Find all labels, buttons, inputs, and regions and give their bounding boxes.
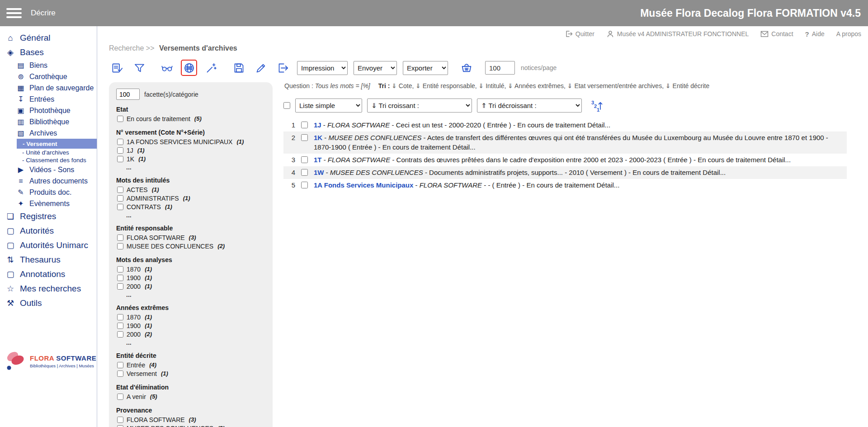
- facet-item-contrats[interactable]: CONTRATS(1): [116, 202, 265, 211]
- facet-checkbox[interactable]: [117, 187, 123, 193]
- facet-checkbox[interactable]: [117, 425, 123, 427]
- facet-item-2000[interactable]: 2000(2): [116, 330, 265, 338]
- record-link[interactable]: 1A Fonds Services Municipaux: [314, 181, 413, 189]
- facet-checkbox[interactable]: [117, 266, 123, 272]
- facet-item-versement[interactable]: Versement(1): [116, 369, 265, 378]
- facet-item-1870[interactable]: 1870(1): [116, 313, 265, 321]
- sidebar-item-phototheque[interactable]: ▣Photothèque: [0, 105, 97, 116]
- sidebar-item-thesaurus[interactable]: ⇅Thesaurus: [0, 253, 97, 267]
- sidebar-item-entrees[interactable]: ↧Entrées: [0, 94, 97, 105]
- facet-item-1870[interactable]: 1870(1): [116, 265, 265, 273]
- sort-descending-select[interactable]: ⇑ Tri décroissant :: [477, 99, 582, 113]
- facet-checkbox[interactable]: [117, 394, 123, 400]
- sidebar-item-mes-recherches[interactable]: ☆Mes recherches: [0, 282, 97, 296]
- basket-button[interactable]: [458, 60, 475, 76]
- sidebar-item-videos-sons[interactable]: ▶Vidéos - Sons: [0, 164, 97, 175]
- globe-button[interactable]: [181, 60, 197, 76]
- facet-item-1900[interactable]: 1900(1): [116, 321, 265, 330]
- facet-more-link[interactable]: ...: [116, 164, 265, 171]
- sidebar-item-bases[interactable]: ◈Bases: [0, 45, 97, 60]
- facet-checkbox[interactable]: [117, 195, 123, 202]
- facet-checkbox[interactable]: [117, 275, 123, 281]
- facet-item-administratifs[interactable]: ADMINISTRATIFS(1): [116, 194, 265, 202]
- notices-per-page-input[interactable]: [485, 61, 515, 75]
- sidebar-item-outils[interactable]: ⚒Outils: [0, 296, 97, 310]
- facet-checkbox[interactable]: [117, 331, 123, 338]
- sidebar-item-general[interactable]: ⌂Général: [0, 31, 97, 45]
- facet-checkbox[interactable]: [117, 362, 123, 368]
- result-checkbox[interactable]: [301, 122, 308, 128]
- sidebar-item-bibliotheque[interactable]: ▥Bibliothèque: [0, 116, 97, 127]
- facet-count-input[interactable]: [116, 89, 140, 100]
- sidebar-item-classement-des-fonds[interactable]: - Classement des fonds: [0, 156, 97, 164]
- aide-link[interactable]: ? Aide: [805, 30, 825, 38]
- facet-more-link[interactable]: ...: [116, 291, 265, 298]
- facet-item-1k[interactable]: 1K(1): [116, 155, 265, 163]
- result-checkbox[interactable]: [301, 182, 308, 188]
- select-all-checkbox[interactable]: [283, 102, 290, 109]
- result-detail-link[interactable]: Détail...: [587, 121, 610, 129]
- facet-checkbox[interactable]: [117, 116, 123, 122]
- edit-button[interactable]: [253, 60, 269, 76]
- sidebar-item-registres[interactable]: ❏Registres: [0, 209, 97, 224]
- result-detail-link[interactable]: Détail...: [596, 181, 619, 189]
- record-link[interactable]: 1W: [314, 169, 324, 176]
- glasses-button[interactable]: [159, 60, 175, 76]
- record-link[interactable]: 1J: [314, 121, 321, 129]
- facet-item-1a-fonds-services-municipaux[interactable]: 1A FONDS SERVICES MUNICIPAUX(1): [116, 137, 265, 146]
- facet-checkbox[interactable]: [117, 139, 123, 145]
- facet-item-1900[interactable]: 1900(1): [116, 273, 265, 282]
- facet-more-link[interactable]: ...: [116, 211, 265, 219]
- sidebar-item-biens[interactable]: ▤Biens: [0, 60, 97, 71]
- contact-link[interactable]: Contact: [760, 30, 793, 38]
- save-button[interactable]: [231, 60, 247, 76]
- record-link[interactable]: 1T: [314, 156, 322, 164]
- facet-item-flora-software[interactable]: FLORA SOFTWARE(3): [116, 233, 265, 242]
- facet-checkbox[interactable]: [117, 417, 123, 423]
- facet-checkbox[interactable]: [117, 283, 123, 290]
- facet-item-2000[interactable]: 2000(1): [116, 282, 265, 291]
- sort-order-icon[interactable]: 3 2 1: [590, 99, 603, 112]
- display-settings-button[interactable]: [109, 60, 125, 76]
- facet-item-flora-software[interactable]: FLORA SOFTWARE(3): [116, 415, 265, 424]
- sidebar-item-produits-doc[interactable]: ✎Produits doc.: [0, 187, 97, 198]
- facet-item-musee-des-confluences[interactable]: MUSEE DES CONFLUENCES(2): [116, 242, 265, 250]
- result-detail-link[interactable]: Détail...: [703, 169, 726, 176]
- export-records-button[interactable]: [275, 60, 291, 76]
- facet-item-entree[interactable]: Entrée(4): [116, 361, 265, 369]
- menu-icon[interactable]: [6, 8, 22, 18]
- facet-checkbox[interactable]: [117, 243, 123, 249]
- facet-item-en-cours-de-traitement[interactable]: En cours de traitement(5): [116, 114, 265, 123]
- sidebar-item-annotations[interactable]: ▢Annotations: [0, 267, 97, 282]
- facet-more-link[interactable]: ...: [116, 339, 265, 346]
- sidebar-item-versement[interactable]: - Versement: [17, 139, 97, 149]
- envoyer-select[interactable]: Envoyer: [354, 61, 397, 75]
- exporter-select[interactable]: Exporter: [403, 61, 448, 75]
- facet-checkbox[interactable]: [117, 314, 123, 320]
- facet-item-actes[interactable]: ACTES(1): [116, 185, 265, 194]
- facet-item-a-venir[interactable]: A venir(5): [116, 392, 265, 401]
- facet-checkbox[interactable]: [117, 323, 123, 329]
- facet-checkbox[interactable]: [117, 204, 123, 210]
- impression-select[interactable]: Impression: [297, 61, 348, 75]
- facet-checkbox[interactable]: [117, 147, 123, 154]
- facet-item-1j[interactable]: 1J(1): [116, 146, 265, 155]
- quitter-link[interactable]: Quitter: [565, 30, 594, 38]
- user-account[interactable]: Musée v4 ADMINISTRATEUR FONCTIONNEL: [606, 30, 749, 38]
- sidebar-item-carotheque[interactable]: ⊚Carothèque: [0, 71, 97, 82]
- filter-button[interactable]: [131, 60, 147, 76]
- result-detail-link[interactable]: Détail...: [453, 143, 476, 151]
- facet-checkbox[interactable]: [117, 371, 123, 377]
- sidebar-item-archives[interactable]: ▧Archives: [0, 127, 97, 139]
- list-type-select[interactable]: Liste simple: [295, 99, 362, 113]
- sidebar-item-autorites[interactable]: ▢Autorités: [0, 224, 97, 238]
- record-link[interactable]: 1K: [314, 134, 322, 141]
- sidebar-item-plan-de-sauvegarde[interactable]: ▦Plan de sauvegarde: [0, 82, 97, 94]
- result-checkbox[interactable]: [301, 169, 308, 176]
- sidebar-item-autres-documents[interactable]: ≡Autres documents: [0, 175, 97, 187]
- result-detail-link[interactable]: Détail...: [768, 156, 791, 164]
- facet-checkbox[interactable]: [117, 156, 123, 162]
- result-checkbox[interactable]: [301, 134, 308, 141]
- facet-item-musee-des-confluences[interactable]: MUSEE DES CONFLUENCES(2): [116, 424, 265, 427]
- sidebar-item-autorites-unimarc[interactable]: ▢Autorités Unimarc: [0, 238, 97, 253]
